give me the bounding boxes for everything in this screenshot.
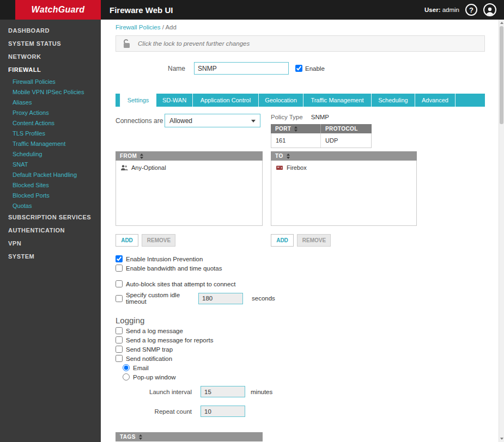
user-avatar-icon[interactable] bbox=[483, 3, 496, 16]
sidebar-item-firewall-policies[interactable]: Firewall Policies bbox=[0, 76, 101, 87]
from-list-header[interactable]: FROM bbox=[116, 151, 263, 161]
tags-header-label: TAGS bbox=[120, 434, 136, 440]
sidebar-item-proxy-actions[interactable]: Proxy Actions bbox=[0, 107, 101, 118]
policy-type-row: Policy Type SNMP bbox=[271, 114, 417, 120]
tab-settings[interactable]: Settings bbox=[120, 94, 156, 107]
sidebar-item-network[interactable]: NETWORK bbox=[0, 50, 101, 63]
send-log-label: Send a log message bbox=[126, 328, 183, 334]
vertical-scrollbar[interactable] bbox=[499, 20, 504, 442]
notify-email-radio[interactable] bbox=[123, 364, 130, 371]
lock-banner-message: Click the lock to prevent further change… bbox=[138, 40, 250, 47]
launch-interval-input[interactable] bbox=[201, 386, 245, 397]
to-remove-button[interactable]: REMOVE bbox=[297, 234, 331, 247]
auto-block-row: Auto-block sites that attempt to connect bbox=[116, 280, 485, 287]
bandwidth-quotas-checkbox[interactable] bbox=[116, 265, 123, 272]
sidebar-item-dashboard[interactable]: DASHBOARD bbox=[0, 24, 101, 37]
tab-sd-wan[interactable]: SD-WAN bbox=[156, 94, 193, 107]
breadcrumb-separator: / bbox=[162, 24, 164, 30]
send-snmp-trap-checkbox[interactable] bbox=[116, 346, 123, 353]
sidebar-item-mobile-vpn-ipsec-policies[interactable]: Mobile VPN IPSec Policies bbox=[0, 87, 101, 97]
scrollbar-thumb[interactable] bbox=[500, 26, 503, 124]
sidebar-item-tls-profiles[interactable]: TLS Profiles bbox=[0, 128, 101, 138]
repeat-count-input[interactable] bbox=[201, 406, 245, 417]
idle-timeout-checkbox[interactable] bbox=[116, 295, 123, 302]
user-label: User: bbox=[424, 7, 440, 13]
scroll-up-button[interactable] bbox=[499, 20, 504, 26]
sidebar-item-default-packet-handling[interactable]: Default Packet Handling bbox=[0, 169, 101, 180]
sidebar-item-vpn[interactable]: VPN bbox=[0, 237, 101, 250]
port-column-header[interactable]: PORT bbox=[271, 124, 321, 133]
send-notification-label: Send notification bbox=[126, 355, 172, 362]
sidebar-item-firewall[interactable]: FIREWALL bbox=[0, 63, 101, 76]
from-list[interactable]: Any-Optional bbox=[116, 161, 263, 226]
send-notification-checkbox[interactable] bbox=[116, 355, 123, 362]
alias-icon bbox=[120, 164, 128, 171]
intrusion-prevention-checkbox[interactable] bbox=[116, 255, 123, 262]
connections-row: Connections are Allowed bbox=[116, 114, 263, 127]
list-buttons-row: ADD REMOVE ADD REMOVE bbox=[116, 234, 485, 247]
watchguard-logo[interactable]: WatchGuard bbox=[15, 0, 101, 20]
user-name: admin bbox=[442, 7, 459, 13]
port-cell: 161 bbox=[271, 133, 321, 148]
enable-checkbox[interactable] bbox=[295, 65, 302, 72]
notify-email-row: Email bbox=[123, 364, 485, 371]
tags-header[interactable]: TAGS bbox=[116, 432, 263, 441]
sidebar-item-snat[interactable]: SNAT bbox=[0, 159, 101, 169]
bandwidth-quotas-row: Enable bandwidth and time quotas bbox=[116, 265, 485, 272]
launch-interval-label: Launch interval bbox=[116, 389, 192, 395]
send-log-reports-checkbox[interactable] bbox=[116, 336, 123, 343]
sidebar-item-blocked-ports[interactable]: Blocked Ports bbox=[0, 190, 101, 200]
intrusion-prevention-label: Enable Intrusion Prevention bbox=[126, 256, 203, 262]
send-log-row: Send a log message bbox=[116, 327, 485, 334]
top-bar: WatchGuard Fireware Web UI User: admin ? bbox=[0, 0, 504, 20]
sort-icon bbox=[140, 154, 143, 159]
launch-interval-row: Launch interval minutes bbox=[116, 386, 485, 397]
tab-geolocation[interactable]: Geolocation bbox=[259, 94, 303, 107]
sidebar-item-traffic-management[interactable]: Traffic Management bbox=[0, 138, 101, 149]
name-input[interactable] bbox=[194, 62, 289, 75]
notify-popup-radio[interactable] bbox=[123, 373, 130, 380]
auto-block-checkbox[interactable] bbox=[116, 280, 123, 287]
protocol-column-header[interactable]: PROTOCOL bbox=[321, 124, 372, 133]
to-list-header[interactable]: TO bbox=[271, 151, 417, 161]
from-remove-button[interactable]: REMOVE bbox=[142, 234, 175, 247]
idle-timeout-input[interactable] bbox=[198, 293, 243, 304]
table-row[interactable]: 161 UDP bbox=[271, 133, 372, 148]
send-log-checkbox[interactable] bbox=[116, 327, 123, 334]
list-item[interactable]: Any-Optional bbox=[120, 164, 258, 171]
scroll-down-button[interactable] bbox=[499, 435, 504, 442]
breadcrumb-firewall-policies-link[interactable]: Firewall Policies bbox=[116, 24, 160, 30]
sidebar-item-scheduling[interactable]: Scheduling bbox=[0, 149, 101, 159]
policy-type-value: SNMP bbox=[311, 114, 329, 120]
tab-application-control[interactable]: Application Control bbox=[193, 94, 259, 107]
tab-scheduling[interactable]: Scheduling bbox=[372, 94, 415, 107]
firebox-icon bbox=[276, 164, 283, 171]
idle-timeout-row: Specify custom idle timeout seconds bbox=[116, 292, 485, 305]
list-item-label: Firebox bbox=[287, 164, 307, 171]
idle-timeout-unit: seconds bbox=[252, 295, 275, 302]
list-item[interactable]: Firebox bbox=[276, 164, 412, 171]
sidebar-item-system-status[interactable]: SYSTEM STATUS bbox=[0, 37, 101, 50]
logging-section-title: Logging bbox=[116, 316, 485, 325]
to-list[interactable]: Firebox bbox=[271, 161, 417, 226]
to-add-button[interactable]: ADD bbox=[271, 234, 294, 247]
protocol-column-label: PROTOCOL bbox=[325, 126, 358, 132]
sidebar-item-authentication[interactable]: AUTHENTICATION bbox=[0, 224, 101, 237]
sidebar-item-system[interactable]: SYSTEM bbox=[0, 250, 101, 263]
from-add-button[interactable]: ADD bbox=[116, 234, 138, 247]
sidebar-item-blocked-sites[interactable]: Blocked Sites bbox=[0, 180, 101, 190]
tab-bar: Settings SD-WAN Application Control Geol… bbox=[116, 94, 485, 107]
from-header-label: FROM bbox=[120, 153, 137, 159]
auto-block-label: Auto-block sites that attempt to connect bbox=[126, 281, 235, 287]
list-item-label: Any-Optional bbox=[131, 164, 166, 171]
sidebar-item-subscription-services[interactable]: SUBSCRIPTION SERVICES bbox=[0, 211, 101, 224]
sidebar-item-aliases[interactable]: Aliases bbox=[0, 97, 101, 107]
connections-dropdown[interactable]: Allowed bbox=[165, 114, 260, 127]
sidebar-item-content-actions[interactable]: Content Actions bbox=[0, 118, 101, 128]
open-padlock-icon[interactable] bbox=[122, 39, 132, 48]
help-icon[interactable]: ? bbox=[465, 4, 477, 16]
tab-advanced[interactable]: Advanced bbox=[415, 94, 456, 107]
sidebar-item-quotas[interactable]: Quotas bbox=[0, 200, 101, 211]
connections-label: Connections are bbox=[116, 117, 165, 125]
tab-traffic-management[interactable]: Traffic Management bbox=[303, 94, 372, 107]
